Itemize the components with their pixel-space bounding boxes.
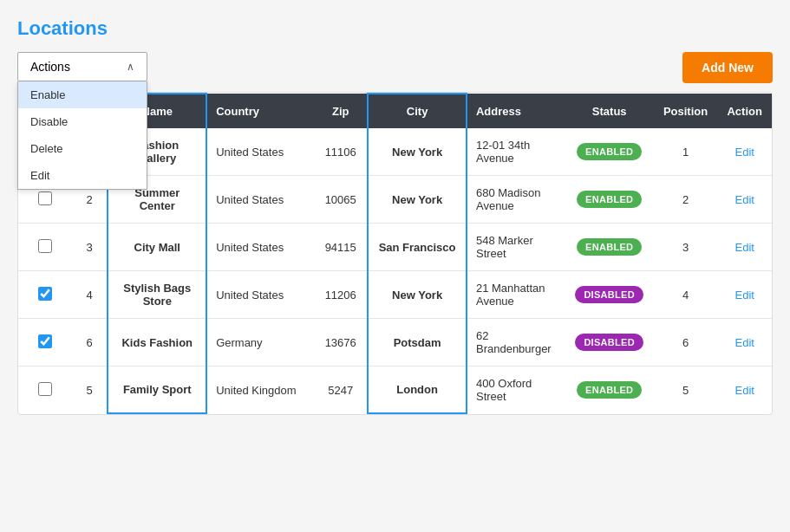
row-name: Stylish Bags Store [108,271,206,319]
actions-button[interactable]: Actions ∧ [17,52,147,81]
row-zip: 94115 [314,224,368,271]
status-badge: ENABLED [577,191,642,208]
row-status: ENABLED [565,176,654,224]
row-checkbox[interactable] [38,239,52,253]
edit-link[interactable]: Edit [735,336,754,349]
status-badge: DISABLED [575,286,643,303]
row-action: Edit [717,319,772,367]
row-country: United Kingdom [206,367,314,414]
row-address: 12-01 34th Avenue [467,128,565,176]
row-address: 680 Madison Avenue [467,176,565,224]
row-position: 2 [654,176,718,224]
status-badge: DISABLED [575,334,643,351]
status-badge: ENABLED [577,143,642,160]
row-action: Edit [717,176,772,224]
actions-label: Actions [30,60,70,74]
dropdown-item-delete[interactable]: Delete [18,135,147,162]
add-new-button[interactable]: Add New [682,52,773,83]
row-country: United States [206,224,314,271]
status-badge: ENABLED [577,381,642,399]
edit-link[interactable]: Edit [735,384,754,397]
col-header-status: Status [565,94,654,128]
row-country: United States [206,128,314,176]
row-city: New York [368,176,467,224]
col-header-action: Action [717,94,772,128]
table-row: 3 City Mall United States 94115 San Fran… [18,224,772,271]
row-position: 5 [654,367,718,414]
dropdown-item-disable[interactable]: Disable [18,108,147,135]
row-zip: 11206 [314,271,368,319]
row-id: 4 [72,271,108,319]
col-header-address: Address [467,94,565,128]
row-city: Potsdam [368,319,467,367]
row-position: 4 [654,271,718,319]
row-city: London [368,367,467,414]
col-header-position: Position [654,94,718,128]
row-address: 548 Marker Street [467,224,565,271]
status-badge: ENABLED [577,238,642,256]
row-id: 6 [72,319,108,367]
row-name: City Mall [108,224,206,271]
row-checkbox[interactable] [38,191,52,205]
row-position: 6 [654,319,718,367]
row-zip: 10065 [314,176,368,224]
col-header-zip: Zip [314,94,368,128]
row-action: Edit [717,271,772,319]
table-row: 6 Kids Fashion Germany 13676 Potsdam 62 … [18,319,772,367]
row-checkbox-cell [18,271,72,319]
row-checkbox[interactable] [38,334,52,348]
table-row: 4 Stylish Bags Store United States 11206… [18,271,772,319]
row-address: 62 Brandenburger [467,319,565,367]
row-checkbox-cell [18,319,72,367]
actions-dropdown: Enable Disable Delete Edit [17,81,147,190]
row-zip: 13676 [314,319,368,367]
table-row: 5 Family Sport United Kingdom 5247 Londo… [18,367,772,414]
col-header-country: Country [206,94,314,128]
row-address: 400 Oxford Street [467,367,565,414]
row-name: Kids Fashion [108,319,206,367]
row-country: Germany [206,319,314,367]
edit-link[interactable]: Edit [735,241,754,254]
row-country: United States [206,271,314,319]
row-checkbox[interactable] [38,382,52,396]
row-status: ENABLED [565,367,654,414]
actions-wrapper: Actions ∧ Enable Disable Delete Edit [17,52,147,81]
edit-link[interactable]: Edit [735,146,754,159]
top-bar: Actions ∧ Enable Disable Delete Edit Add… [17,52,773,83]
row-name: Family Sport [108,367,206,414]
row-zip: 5247 [314,367,368,414]
col-header-city: City [368,94,467,128]
row-id: 5 [72,367,108,414]
page-title: Locations [17,17,773,40]
row-position: 1 [654,128,718,176]
row-action: Edit [717,128,772,176]
row-address: 21 Manhattan Avenue [467,271,565,319]
row-checkbox-cell [18,224,72,271]
dropdown-item-edit[interactable]: Edit [18,162,147,189]
chevron-up-icon: ∧ [127,61,134,73]
row-status: DISABLED [565,271,654,319]
row-action: Edit [717,224,772,271]
row-city: New York [368,271,467,319]
row-checkbox-cell [18,367,72,414]
row-zip: 11106 [314,128,368,176]
row-city: New York [368,128,467,176]
dropdown-item-enable[interactable]: Enable [18,81,147,108]
row-city: San Francisco [368,224,467,271]
row-checkbox[interactable] [38,287,52,301]
row-action: Edit [717,367,772,414]
row-status: ENABLED [565,128,654,176]
edit-link[interactable]: Edit [735,193,754,206]
row-status: DISABLED [565,319,654,367]
row-position: 3 [654,224,718,271]
edit-link[interactable]: Edit [735,289,754,302]
row-country: United States [206,176,314,224]
row-status: ENABLED [565,224,654,271]
row-id: 3 [72,224,108,271]
